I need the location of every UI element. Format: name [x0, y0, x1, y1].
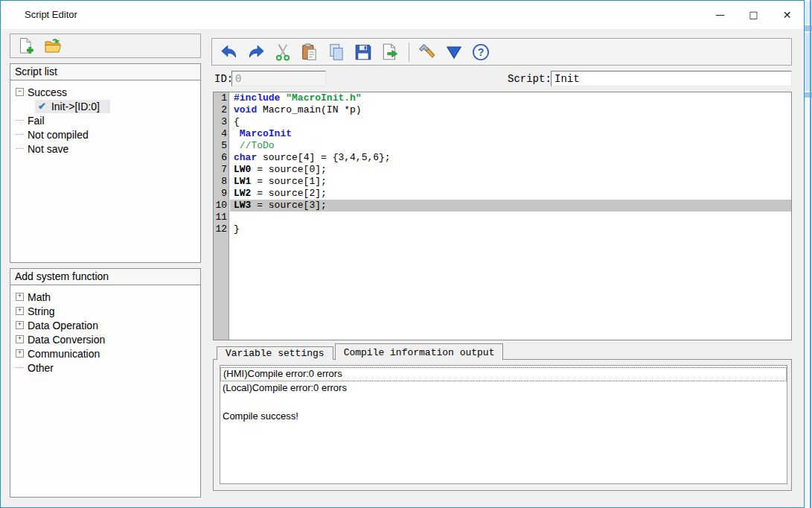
tree-label: Data Conversion	[28, 334, 105, 346]
minimize-button[interactable]: —	[703, 1, 737, 29]
tab-compile-information-output[interactable]: Compile information output	[335, 343, 504, 360]
compile-output-list[interactable]: (HMI)Compile error:0 errors(Local)Compil…	[220, 365, 787, 484]
code-lines: 1#include "MacroInit.h"2void Macro_main(…	[214, 92, 791, 235]
system-function-header: Add system function	[10, 269, 200, 285]
window-controls: — □ ✕	[703, 1, 804, 29]
tree-label: Init->[ID:0]	[51, 101, 100, 112]
code-line[interactable]: 3{	[214, 116, 791, 128]
code-line[interactable]: 1#include "MacroInit.h"	[214, 92, 791, 104]
id-input[interactable]	[231, 71, 326, 86]
code-line[interactable]: 7LW0 = source[0];	[214, 164, 791, 176]
system-function-node[interactable]: +Communication	[16, 346, 200, 361]
background-border	[810, 0, 811, 508]
code-line[interactable]: 2void Macro_main(IN *p)	[214, 104, 791, 116]
window-title: Script Editor	[25, 9, 77, 20]
tree-node[interactable]: Not compiled	[16, 127, 200, 142]
tree-connector	[16, 148, 24, 149]
open-script-button[interactable]	[44, 37, 62, 55]
redo-button[interactable]	[246, 42, 266, 62]
compile-output-row[interactable]: Compile success!	[220, 410, 787, 424]
code-line[interactable]: 11	[214, 212, 791, 223]
tree-node-success[interactable]: − Success	[16, 85, 200, 99]
code-editor[interactable]: 1#include "MacroInit.h"2void Macro_main(…	[213, 92, 792, 340]
open-script-icon	[44, 37, 62, 55]
system-function-node[interactable]: Other	[16, 361, 200, 375]
code-line-selected[interactable]: 10LW3 = source[3];	[214, 200, 791, 212]
code-line[interactable]: 5 //ToDo	[214, 140, 791, 152]
system-function-node[interactable]: +Math	[16, 290, 200, 304]
help-button[interactable]: ?	[471, 42, 491, 62]
code-text: LW0 = source[0];	[230, 164, 791, 176]
save-button[interactable]	[354, 42, 374, 62]
line-number: 5	[214, 140, 230, 152]
script-list-tree: − Success ✔ Init->[ID:0] FailNot compile…	[10, 80, 200, 156]
tab-variable-settings[interactable]: Variable settings	[217, 346, 333, 360]
line-number: 2	[214, 104, 230, 116]
copy-icon	[327, 42, 347, 62]
tree-label: Success	[28, 86, 67, 98]
line-number: 10	[214, 200, 230, 212]
tree-label: Communication	[28, 348, 100, 360]
tree-connector	[16, 120, 24, 121]
paste-button[interactable]	[300, 42, 320, 62]
tree-label: Math	[28, 291, 51, 303]
code-line[interactable]: 12}	[214, 223, 791, 235]
code-text: LW1 = source[1];	[230, 176, 791, 188]
code-line[interactable]: 6char source[4] = {3,4,5,6};	[214, 152, 791, 164]
expand-icon[interactable]: +	[16, 335, 24, 343]
close-button[interactable]: ✕	[770, 1, 804, 29]
code-line[interactable]: 8LW1 = source[1];	[214, 176, 791, 188]
system-function-node[interactable]: +String	[16, 304, 200, 318]
tree-node[interactable]: Fail	[16, 113, 200, 127]
line-number: 7	[214, 164, 230, 176]
tree-label: Not save	[28, 143, 68, 155]
compile-output-row[interactable]	[220, 396, 787, 410]
system-function-node[interactable]: +Data Conversion	[16, 332, 200, 346]
collapse-icon[interactable]: −	[16, 88, 24, 96]
script-editor-window: Script Editor — □ ✕	[0, 0, 805, 508]
filter-icon	[444, 42, 464, 62]
tree-node-init-selected[interactable]: ✔ Init->[ID:0]	[16, 99, 200, 113]
code-text: MarcoInit	[230, 128, 791, 140]
tree-label: Data Operation	[28, 320, 98, 331]
expand-icon[interactable]: +	[16, 349, 24, 358]
code-line[interactable]: 9LW2 = source[2];	[214, 188, 791, 200]
line-number: 11	[214, 212, 230, 223]
tree-label: Not compiled	[28, 129, 89, 141]
expand-icon[interactable]: +	[16, 321, 24, 329]
redo-icon	[246, 42, 266, 62]
filter-button[interactable]	[444, 42, 464, 62]
system-function-panel: Add system function +Math+String+Data Op…	[10, 268, 201, 498]
tree-node[interactable]: Not save	[16, 142, 200, 156]
system-function-node[interactable]: +Data Operation	[16, 318, 200, 332]
code-text	[230, 212, 791, 223]
code-text: #include "MacroInit.h"	[230, 92, 791, 104]
line-number: 1	[214, 92, 230, 104]
line-number: 6	[214, 152, 230, 164]
tree-connector	[16, 367, 24, 368]
expand-icon[interactable]: +	[16, 293, 24, 301]
title-bar: Script Editor — □ ✕	[1, 1, 804, 29]
cut-button[interactable]	[273, 42, 293, 62]
script-list-panel: Script list − Success ✔ Init->[ID:0] Fai…	[10, 63, 201, 263]
line-number: 8	[214, 176, 230, 188]
undo-button[interactable]	[220, 42, 240, 62]
export-button[interactable]	[380, 42, 400, 62]
compile-output-row[interactable]: (HMI)Compile error:0 errors	[220, 367, 787, 381]
copy-button[interactable]	[327, 42, 347, 62]
maximize-button[interactable]: □	[737, 1, 770, 29]
bottom-tabs: Variable settings Compile information ou…	[217, 343, 503, 360]
code-text: //ToDo	[230, 140, 791, 152]
tree-label: Other	[28, 362, 54, 374]
script-name-input[interactable]	[551, 71, 792, 86]
new-script-button[interactable]	[17, 37, 35, 55]
compile-output-row[interactable]: (Local)Compile error:0 errors	[220, 381, 787, 396]
tree-connector	[16, 134, 24, 135]
code-line[interactable]: 4 MarcoInit	[214, 128, 791, 140]
svg-text:?: ?	[478, 45, 485, 57]
code-text: void Macro_main(IN *p)	[230, 104, 791, 116]
script-label: Script:	[508, 73, 552, 85]
tree-label: String	[28, 305, 55, 317]
compile-button[interactable]	[418, 42, 438, 62]
expand-icon[interactable]: +	[16, 307, 24, 315]
